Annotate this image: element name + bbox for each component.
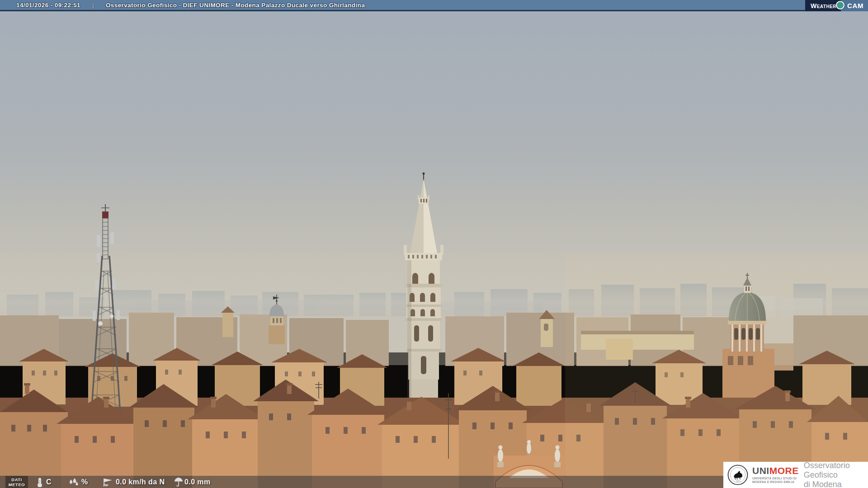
humidity-value: %: [81, 476, 88, 488]
unimore-brand: UNIMORE UNIVERSITÀ DEGLI STUDI DI MODENA…: [752, 466, 799, 484]
temperature-value: C: [46, 476, 52, 488]
weathercam-logo: Weather CAM: [805, 0, 868, 11]
unimore-dept-line2: MODENA E REGGIO EMILIA: [752, 480, 799, 484]
seal-year: 1175: [736, 480, 740, 482]
unimore-more-text: MORE: [769, 465, 799, 476]
timestamp: 14/01/2026 - 09:22:51: [16, 2, 80, 9]
city-photo: [0, 0, 868, 488]
unimore-uni-text: UNI: [752, 465, 769, 476]
page-title: Osservatorio Geofisico - DIEF UNIMORE - …: [106, 2, 365, 9]
weathercam-cam-label: CAM: [841, 0, 868, 11]
wind-icon: [102, 477, 114, 487]
meteo-label: DATI METEO: [5, 476, 28, 488]
umbrella-icon: [174, 477, 184, 487]
meteo-label-line2: METEO: [9, 482, 25, 487]
meteo-label-line1: DATI: [11, 477, 22, 482]
observatory-name-line1: Osservatorio Geofisico: [804, 461, 868, 480]
webcam-view: 14/01/2026 - 09:22:51 | Osservatorio Geo…: [0, 0, 868, 488]
unimore-seal-icon: 1175: [727, 465, 748, 485]
unimore-logo-box: 1175 UNIMORE UNIVERSITÀ DEGLI STUDI DI M…: [723, 462, 868, 488]
wind-value: 0.0 km/h da N: [116, 476, 165, 488]
humidity-icon: [68, 477, 80, 487]
weathercam-dot-icon: [836, 1, 844, 9]
thermometer-icon: [36, 477, 43, 487]
observatory-name: Osservatorio Geofisico di Modena: [804, 461, 868, 488]
unimore-dept-line1: UNIVERSITÀ DEGLI STUDI DI: [752, 477, 799, 480]
rain-value: 0.0 mm: [184, 476, 211, 488]
observatory-name-line2: di Modena: [804, 480, 868, 488]
header-bar: 14/01/2026 - 09:22:51 | Osservatorio Geo…: [0, 0, 868, 11]
header-separator: |: [92, 2, 94, 9]
